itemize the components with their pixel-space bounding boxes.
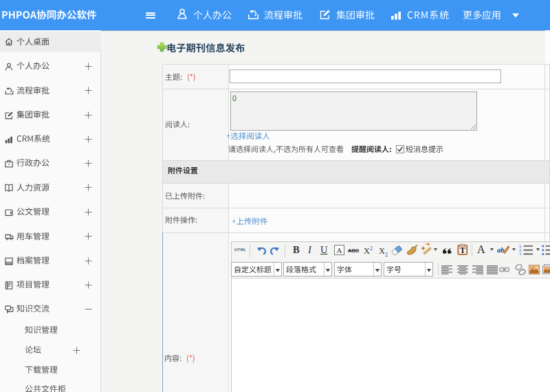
svg-text:3: 3 bbox=[519, 252, 521, 255]
svg-text:T: T bbox=[460, 246, 466, 255]
svg-text:ab: ab bbox=[497, 246, 505, 254]
svg-text:A: A bbox=[337, 246, 342, 254]
